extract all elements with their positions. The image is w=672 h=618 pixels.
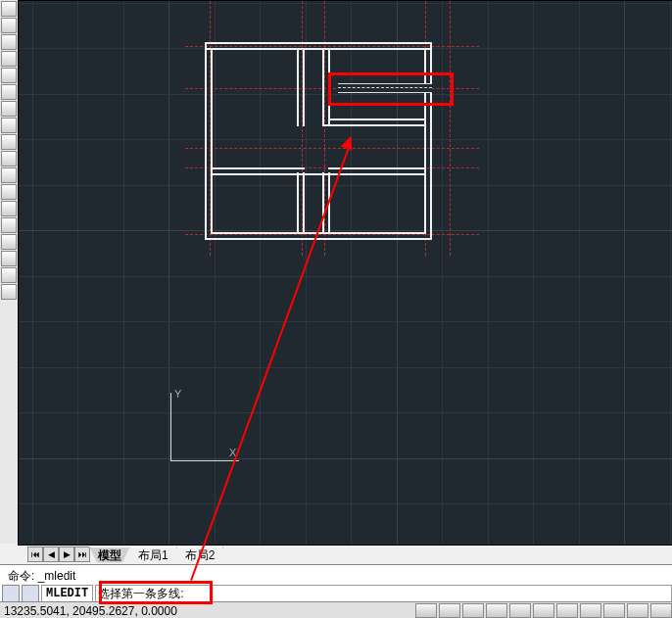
axis-line <box>324 1 325 256</box>
status-snap-icon[interactable] <box>415 603 437 618</box>
wall <box>205 48 431 50</box>
command-options-icon[interactable] <box>22 585 39 602</box>
tool-text-icon[interactable] <box>1 134 17 150</box>
tool-boundary-icon[interactable] <box>1 217 17 233</box>
status-otrack-icon[interactable] <box>533 603 554 618</box>
tool-mtext-icon[interactable] <box>1 151 17 166</box>
status-polar-icon[interactable] <box>486 603 507 618</box>
window-element <box>338 83 432 93</box>
status-osnap-icon[interactable] <box>509 603 531 618</box>
command-prompt-name: MLEDIT <box>41 585 93 602</box>
axis-line <box>185 148 479 149</box>
tool-region-icon[interactable] <box>1 201 17 216</box>
command-history-line: 命令: _mledit <box>8 568 75 585</box>
status-ducs-icon[interactable] <box>556 603 578 618</box>
layout-tabs: ⏮ ◀ ▶ ⏭ 模型 布局1 布局2 <box>27 546 223 563</box>
wall <box>424 48 426 234</box>
command-input[interactable]: 选择第一条多线: <box>95 585 672 602</box>
status-qp-icon[interactable] <box>627 603 648 618</box>
coordinate-readout: 13235.5041, 20495.2627, 0.0000 <box>0 604 177 618</box>
ucs-icon: X Y <box>170 388 244 461</box>
tool-circle-icon[interactable] <box>1 34 17 50</box>
wall <box>205 238 432 240</box>
wall <box>322 48 324 126</box>
wall <box>297 172 299 234</box>
wall <box>328 173 426 175</box>
wall <box>211 173 330 175</box>
tool-line-icon[interactable] <box>1 1 17 17</box>
axis-line <box>185 234 479 235</box>
wall <box>205 42 431 44</box>
tool-ellipse-icon[interactable] <box>1 84 17 100</box>
ucs-y-label: Y <box>174 388 181 400</box>
axis-line <box>185 46 479 47</box>
tool-ray-icon[interactable] <box>1 284 17 300</box>
wall <box>328 48 330 126</box>
wall <box>303 48 305 126</box>
wall <box>328 167 426 169</box>
wall <box>205 42 207 240</box>
wall <box>211 167 305 169</box>
tab-nav-prev-icon[interactable]: ◀ <box>43 547 59 562</box>
tool-arc-icon[interactable] <box>1 51 17 67</box>
tool-pline-icon[interactable] <box>1 18 17 33</box>
tab-model[interactable]: 模型 <box>89 547 130 563</box>
status-dyn-icon[interactable] <box>580 603 601 618</box>
tool-spline-icon[interactable] <box>1 251 17 266</box>
status-bar: 13235.5041, 20495.2627, 0.0000 <box>0 601 672 618</box>
tool-revcloud-icon[interactable] <box>1 234 17 250</box>
tool-table-icon[interactable] <box>1 184 17 200</box>
status-model-icon[interactable] <box>650 603 672 618</box>
status-grid-icon[interactable] <box>439 603 460 618</box>
drawing-canvas[interactable]: X Y <box>18 0 672 546</box>
tool-point-icon[interactable] <box>1 118 17 133</box>
status-lwt-icon[interactable] <box>603 603 625 618</box>
wall <box>330 119 426 120</box>
wall <box>322 172 324 234</box>
tool-rect-icon[interactable] <box>1 68 17 83</box>
command-area: 命令: _mledit MLEDIT 选择第一条多线: <box>0 564 672 602</box>
tab-layout1[interactable]: 布局1 <box>129 547 177 563</box>
status-ortho-icon[interactable] <box>462 603 484 618</box>
tool-xline-icon[interactable] <box>1 267 17 283</box>
tab-nav-next-icon[interactable]: ▶ <box>59 547 74 562</box>
wall <box>430 42 432 240</box>
axis-line <box>450 1 451 256</box>
tool-block-icon[interactable] <box>1 167 17 183</box>
left-toolbar <box>0 0 19 544</box>
tab-nav-first-icon[interactable]: ⏮ <box>27 547 43 562</box>
command-recent-icon[interactable] <box>2 585 20 602</box>
command-hint: 选择第一条多线: <box>98 587 183 600</box>
tab-nav-last-icon[interactable]: ⏭ <box>74 547 90 562</box>
tool-hatch-icon[interactable] <box>1 101 17 117</box>
wall <box>297 48 299 126</box>
wall <box>322 124 426 126</box>
wall <box>211 48 213 234</box>
wall <box>303 172 305 234</box>
axis-line <box>185 88 479 89</box>
